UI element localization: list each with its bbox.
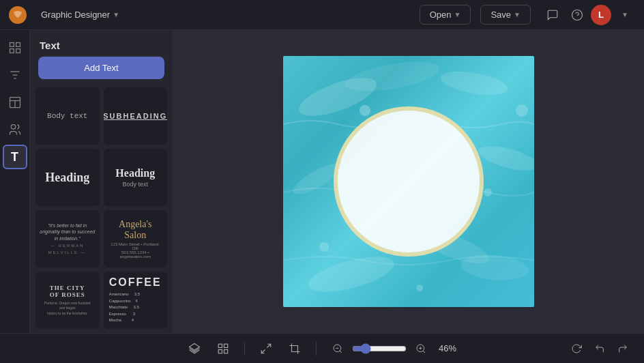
svg-rect-3 — [16, 43, 20, 47]
svg-rect-2 — [10, 43, 14, 47]
left-icon-sidebar: T — [0, 30, 30, 333]
bottom-right-actions — [566, 338, 633, 359]
zoom-out-icon[interactable] — [327, 338, 348, 359]
save-button[interactable]: Save ▼ — [480, 5, 531, 25]
crop-icon[interactable] — [284, 338, 305, 359]
app-logo — [8, 5, 27, 25]
text-tiles-grid: Body text SUBHEADING Heading Heading Bod… — [30, 87, 173, 333]
redo-icon[interactable] — [613, 338, 633, 359]
undo-icon[interactable] — [589, 338, 610, 359]
svg-line-32 — [267, 344, 271, 347]
open-chevron: ▼ — [454, 11, 461, 18]
svg-point-25 — [416, 285, 423, 291]
svg-point-22 — [360, 105, 370, 116]
svg-rect-5 — [10, 49, 14, 53]
save-chevron: ▼ — [514, 11, 521, 18]
comments-icon[interactable] — [542, 4, 564, 26]
svg-rect-28 — [218, 344, 222, 347]
topbar: Graphic Designer ▼ Open ▼ Save ▼ L ▼ — [0, 0, 644, 30]
user-avatar[interactable]: L — [591, 5, 611, 25]
svg-point-26 — [516, 104, 528, 117]
svg-line-38 — [423, 351, 425, 353]
canvas-container — [283, 56, 534, 307]
tile-coffee[interactable]: COFFEE Americano 3.5 Cappuccino 4 Macchi… — [104, 272, 168, 329]
svg-point-24 — [319, 242, 329, 252]
svg-point-12 — [11, 125, 16, 130]
text-panel-title: Text — [30, 30, 173, 57]
grid-icon[interactable] — [213, 338, 233, 359]
canvas-area[interactable] — [173, 30, 644, 333]
zoom-in-icon[interactable] — [411, 338, 431, 359]
user-menu-chevron[interactable]: ▼ — [614, 4, 636, 26]
topbar-icons: L ▼ — [542, 4, 636, 26]
svg-rect-30 — [218, 349, 222, 353]
add-text-button[interactable]: Add Text — [38, 57, 164, 79]
app-name-label: Graphic Designer — [41, 10, 110, 20]
layers-icon[interactable] — [184, 338, 205, 359]
refresh-icon[interactable] — [566, 338, 587, 359]
sidebar-item-text[interactable]: T — [3, 145, 27, 169]
tile-salon[interactable]: Angela's Salon 123 Main Street • Portlan… — [104, 210, 168, 267]
svg-line-35 — [340, 351, 342, 353]
canvas-background — [283, 56, 534, 307]
svg-line-33 — [261, 349, 265, 353]
tile-heading-bold[interactable]: Heading — [35, 149, 100, 206]
separator2 — [316, 342, 317, 355]
svg-rect-31 — [224, 349, 228, 353]
circle-overlay — [334, 106, 484, 257]
bottom-toolbar: 46% — [0, 333, 644, 363]
sidebar-item-layout[interactable] — [3, 90, 27, 115]
app-name-chevron: ▼ — [113, 11, 119, 18]
tile-heading-serif[interactable]: Heading Body text — [104, 149, 168, 206]
sidebar-item-team[interactable] — [3, 117, 27, 142]
tile-city[interactable]: THE CITYOF ROSES Portland, Oregon was fo… — [35, 272, 100, 329]
fit-screen-icon[interactable] — [256, 338, 276, 359]
text-panel: Text Add Text Body text SUBHEADING Headi… — [30, 30, 173, 333]
zoom-slider[interactable] — [352, 343, 407, 354]
main-area: T Text Add Text Body text SUBHEADING Hea… — [0, 30, 644, 333]
tile-subheading[interactable]: SUBHEADING — [104, 87, 168, 145]
sidebar-item-filters[interactable] — [3, 63, 27, 87]
zoom-controls: 46% — [327, 338, 460, 359]
sidebar-item-elements[interactable] — [3, 35, 27, 60]
tile-body-text[interactable]: Body text — [35, 87, 100, 145]
open-button[interactable]: Open ▼ — [420, 5, 471, 25]
svg-point-23 — [484, 188, 492, 197]
svg-rect-4 — [16, 49, 20, 53]
zoom-value: 46% — [435, 343, 460, 353]
app-name-button[interactable]: Graphic Designer ▼ — [35, 7, 125, 23]
svg-point-1 — [572, 10, 583, 20]
separator — [244, 342, 245, 355]
svg-rect-29 — [224, 344, 228, 347]
tile-quote[interactable]: "it's better to fail in originality than… — [35, 210, 100, 267]
help-icon[interactable] — [566, 4, 588, 26]
